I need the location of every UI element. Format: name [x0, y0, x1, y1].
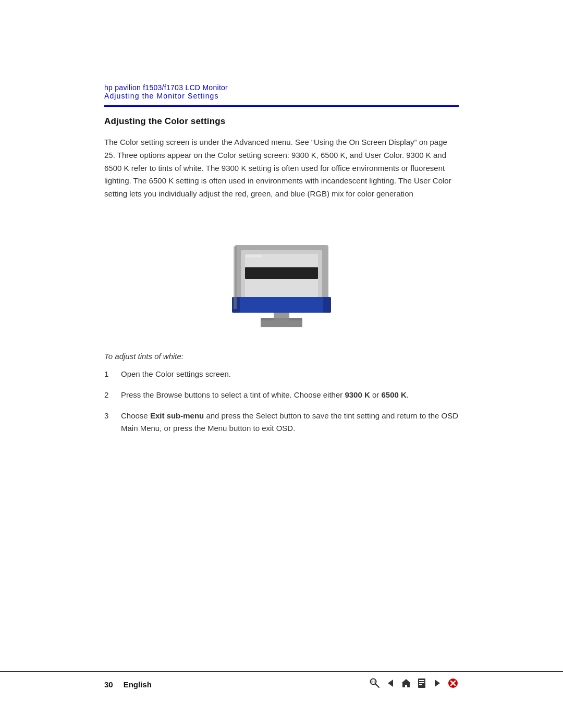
- step-2-bold1: 9300 K: [345, 390, 370, 399]
- svg-point-14: [371, 681, 373, 683]
- svg-rect-10: [261, 318, 302, 320]
- step-3: 3 Choose Exit sub-menu and press the Sel…: [104, 410, 459, 435]
- svg-rect-11: [246, 255, 262, 257]
- monitor-image-container: [104, 216, 459, 336]
- breadcrumb-product: hp pavilion f1503/f1703 LCD Monitor: [104, 83, 459, 92]
- search-icon[interactable]: [369, 677, 381, 692]
- contents-icon[interactable]: [416, 677, 427, 692]
- svg-rect-9: [234, 246, 237, 309]
- svg-rect-8: [323, 297, 331, 313]
- svg-rect-21: [419, 684, 422, 685]
- step-1-number: 1: [104, 368, 117, 380]
- body-paragraph: The Color setting screen is under the Ad…: [104, 136, 459, 201]
- monitor-illustration: [203, 216, 360, 336]
- step-2-after: .: [407, 390, 409, 399]
- section-heading: Adjusting the Color settings: [104, 116, 459, 127]
- svg-rect-19: [419, 680, 424, 681]
- svg-marker-23: [435, 680, 440, 687]
- footer: 30 English: [0, 671, 563, 697]
- forward-icon[interactable]: [432, 677, 443, 692]
- svg-point-15: [374, 681, 376, 683]
- step-1: 1 Open the Color settings screen.: [104, 368, 459, 380]
- step-1-text: Open the Color settings screen.: [121, 368, 459, 380]
- step-2-bold2: 6500 K: [381, 390, 406, 399]
- page-number: 30: [104, 680, 113, 689]
- blue-divider: [104, 105, 459, 107]
- step-3-number: 3: [104, 410, 117, 422]
- svg-line-13: [376, 684, 380, 688]
- footer-left: 30 English: [104, 680, 152, 689]
- step-2-number: 2: [104, 389, 117, 401]
- svg-rect-5: [245, 267, 318, 279]
- italic-instruction: To adjust tints of white:: [104, 352, 459, 361]
- language-label: English: [124, 680, 152, 689]
- step-2-before: Press the Browse buttons to select a tin…: [121, 390, 345, 399]
- step-3-text: Choose Exit sub-menu and press the Selec…: [121, 410, 459, 435]
- breadcrumb-section-title: Adjusting the Monitor Settings: [104, 92, 459, 100]
- svg-rect-20: [419, 682, 424, 683]
- page-container: hp pavilion f1503/f1703 LCD Monitor Adju…: [0, 0, 563, 728]
- step-3-bold: Exit sub-menu: [150, 411, 204, 420]
- back-icon[interactable]: [385, 677, 396, 692]
- svg-marker-16: [388, 680, 393, 687]
- svg-rect-6: [232, 297, 331, 313]
- content-area: hp pavilion f1503/f1703 LCD Monitor Adju…: [0, 0, 563, 495]
- steps-list: 1 Open the Color settings screen. 2 Pres…: [104, 368, 459, 435]
- step-2: 2 Press the Browse buttons to select a t…: [104, 389, 459, 401]
- home-icon[interactable]: [400, 677, 412, 692]
- breadcrumb: hp pavilion f1503/f1703 LCD Monitor Adju…: [104, 83, 459, 100]
- step-3-before: Choose: [121, 411, 150, 420]
- step-2-middle: or: [370, 390, 382, 399]
- svg-marker-17: [401, 679, 411, 687]
- footer-icons[interactable]: [369, 677, 459, 692]
- close-icon[interactable]: [447, 677, 459, 692]
- step-2-text: Press the Browse buttons to select a tin…: [121, 389, 459, 401]
